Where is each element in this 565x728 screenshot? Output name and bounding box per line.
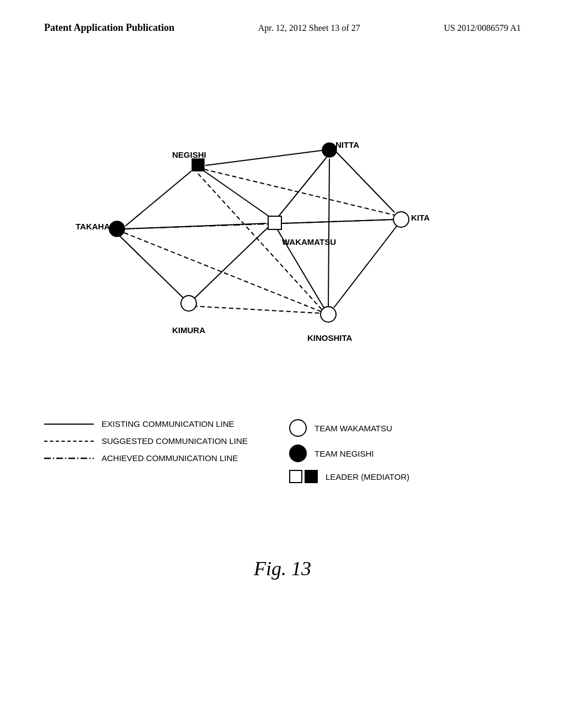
- node-negishi: [192, 159, 204, 171]
- label-nitta: NITTA: [335, 140, 359, 149]
- publication-number: US 2012/0086579 A1: [444, 23, 521, 33]
- label-takahashi: TAKAHASHI: [76, 222, 124, 231]
- svg-line-3: [279, 157, 327, 216]
- legend-square-filled: [305, 470, 318, 483]
- svg-line-1: [125, 171, 191, 226]
- svg-line-5: [328, 159, 329, 308]
- node-wakamatsu: [268, 216, 281, 229]
- node-kinoshita: [321, 307, 336, 322]
- legend-symbol-label-0: TEAM WAKAMATSU: [315, 424, 392, 433]
- legend: EXISTING COMMUNICATION LINE SUGGESTED CO…: [44, 419, 519, 491]
- legend-dashed-line: [44, 441, 94, 442]
- publication-type: Patent Application Publication: [44, 22, 174, 34]
- legend-dashdot-label: ACHIEVED COMMUNICATION LINE: [102, 453, 238, 463]
- label-negishi: NEGISHI: [172, 150, 206, 159]
- publication-date: Apr. 12, 2012 Sheet 13 of 27: [258, 23, 360, 33]
- svg-line-12: [204, 169, 395, 215]
- page-header: Patent Application Publication Apr. 12, …: [0, 22, 565, 34]
- legend-symbol-label-2: LEADER (MEDIATOR): [326, 472, 409, 481]
- legend-square-open: [289, 470, 302, 483]
- svg-line-6: [125, 223, 266, 229]
- legend-circle-open: [289, 419, 307, 437]
- figure-label: Fig. 13: [254, 557, 311, 580]
- network-diagram: NEGISHI NITTA WAKAMATSU TAKAHASHI KITA K…: [76, 110, 489, 397]
- diagram-container: NEGISHI NITTA WAKAMATSU TAKAHASHI KITA K…: [76, 110, 489, 397]
- legend-symbol-label-1: TEAM NEGISHI: [315, 449, 374, 458]
- node-kimura: [181, 296, 196, 311]
- legend-dashdot-line: [44, 457, 94, 459]
- svg-line-0: [205, 150, 325, 165]
- node-kita: [393, 212, 409, 227]
- svg-line-14: [193, 306, 321, 313]
- node-nitta: [322, 143, 337, 157]
- label-kinoshita: KINOSHITA: [307, 333, 353, 342]
- svg-line-9: [334, 226, 397, 308]
- label-wakamatsu: WAKAMATSU: [282, 237, 336, 247]
- legend-dashed-label: SUGGESTED COMMUNICATION LINE: [102, 436, 248, 446]
- legend-solid-line: [44, 424, 94, 425]
- legend-solid-label: EXISTING COMMUNICATION LINE: [102, 419, 234, 429]
- svg-line-10: [120, 236, 183, 298]
- legend-circle-filled: [289, 445, 307, 462]
- label-kita: KITA: [411, 213, 430, 222]
- label-kimura: KIMURA: [172, 325, 205, 335]
